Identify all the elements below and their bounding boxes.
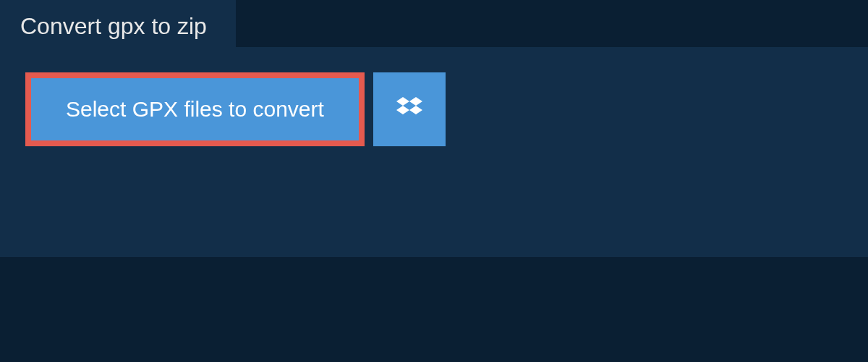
tab-title: Convert gpx to zip bbox=[20, 13, 207, 39]
select-files-label: Select GPX files to convert bbox=[66, 97, 324, 122]
dropbox-icon bbox=[396, 95, 422, 124]
tab-active[interactable]: Convert gpx to zip bbox=[0, 0, 236, 53]
converter-panel: Convert gpx to zip Select GPX files to c… bbox=[0, 47, 868, 257]
select-files-button[interactable]: Select GPX files to convert bbox=[25, 72, 365, 146]
dropbox-button[interactable] bbox=[373, 72, 446, 146]
button-row: Select GPX files to convert bbox=[0, 47, 868, 146]
